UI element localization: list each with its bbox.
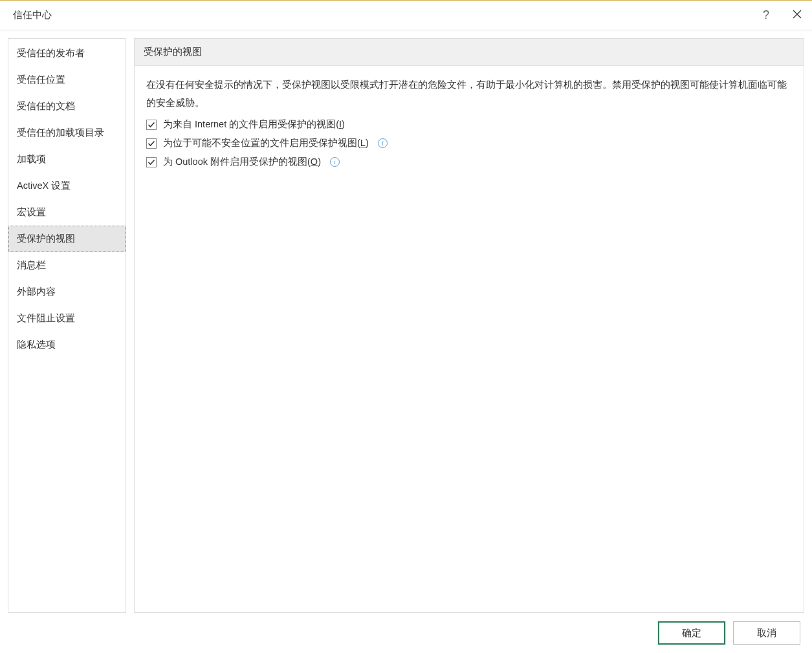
section-heading: 受保护的视图 bbox=[135, 39, 804, 66]
window-controls: ? bbox=[763, 8, 802, 22]
options-list: 为来自 Internet 的文件启用受保护的视图(I)为位于可能不安全位置的文件… bbox=[146, 118, 792, 168]
sidebar-item[interactable]: 宏设置 bbox=[8, 199, 126, 226]
sidebar-item-label: 宏设置 bbox=[17, 207, 46, 217]
close-icon[interactable] bbox=[793, 8, 802, 22]
sidebar-item-label: 受保护的视图 bbox=[17, 233, 75, 244]
sidebar-item-label: ActiveX 设置 bbox=[17, 180, 71, 191]
checkbox[interactable] bbox=[146, 157, 157, 167]
sidebar-item-label: 受信任的发布者 bbox=[17, 48, 85, 58]
checkbox[interactable] bbox=[146, 138, 157, 149]
sidebar-item[interactable]: 受保护的视图 bbox=[8, 226, 126, 252]
option-label[interactable]: 为 Outlook 附件启用受保护的视图(O) bbox=[163, 156, 321, 168]
sidebar-item[interactable]: 受信任的文档 bbox=[8, 93, 126, 120]
dialog-title: 信任中心 bbox=[13, 9, 52, 21]
cancel-button[interactable]: 取消 bbox=[733, 621, 800, 645]
option-row: 为来自 Internet 的文件启用受保护的视图(I) bbox=[146, 118, 792, 131]
info-icon[interactable]: i bbox=[378, 138, 388, 148]
sidebar-item[interactable]: 隐私选项 bbox=[8, 332, 126, 358]
section-description: 在没有任何安全提示的情况下，受保护视图以受限模式打开潜在的危险文件，有助于最小化… bbox=[146, 76, 792, 112]
sidebar: 受信任的发布者受信任位置受信任的文档受信任的加载项目录加载项ActiveX 设置… bbox=[8, 38, 126, 613]
sidebar-item-label: 隐私选项 bbox=[17, 339, 56, 350]
sidebar-item[interactable]: 受信任的加载项目录 bbox=[8, 120, 126, 146]
sidebar-item[interactable]: ActiveX 设置 bbox=[8, 173, 126, 199]
help-icon[interactable]: ? bbox=[763, 8, 769, 22]
dialog-footer: 确定 取消 bbox=[0, 613, 812, 653]
sidebar-item[interactable]: 受信任的发布者 bbox=[8, 40, 126, 67]
sidebar-item-label: 外部内容 bbox=[17, 286, 56, 297]
sidebar-item-label: 消息栏 bbox=[17, 260, 46, 270]
checkbox[interactable] bbox=[146, 120, 157, 130]
option-row: 为位于可能不安全位置的文件启用受保护视图(L)i bbox=[146, 137, 792, 149]
sidebar-item[interactable]: 外部内容 bbox=[8, 279, 126, 305]
content-panel: 受保护的视图 在没有任何安全提示的情况下，受保护视图以受限模式打开潜在的危险文件… bbox=[134, 38, 804, 613]
sidebar-item[interactable]: 文件阻止设置 bbox=[8, 305, 126, 332]
title-bar: 信任中心 ? bbox=[0, 1, 812, 30]
option-label[interactable]: 为位于可能不安全位置的文件启用受保护视图(L) bbox=[163, 137, 369, 149]
dialog-body: 受信任的发布者受信任位置受信任的文档受信任的加载项目录加载项ActiveX 设置… bbox=[0, 30, 812, 613]
sidebar-item-label: 加载项 bbox=[17, 154, 46, 164]
sidebar-item[interactable]: 加载项 bbox=[8, 146, 126, 173]
option-row: 为 Outlook 附件启用受保护的视图(O)i bbox=[146, 156, 792, 168]
ok-button[interactable]: 确定 bbox=[658, 621, 725, 645]
sidebar-item-label: 文件阻止设置 bbox=[17, 313, 75, 323]
info-icon[interactable]: i bbox=[330, 157, 340, 167]
option-label[interactable]: 为来自 Internet 的文件启用受保护的视图(I) bbox=[163, 118, 345, 131]
sidebar-item-label: 受信任位置 bbox=[17, 74, 65, 85]
sidebar-item[interactable]: 受信任位置 bbox=[8, 67, 126, 93]
sidebar-item[interactable]: 消息栏 bbox=[8, 252, 126, 279]
section-body: 在没有任何安全提示的情况下，受保护视图以受限模式打开潜在的危险文件，有助于最小化… bbox=[135, 66, 804, 185]
sidebar-item-label: 受信任的加载项目录 bbox=[17, 127, 104, 138]
sidebar-item-label: 受信任的文档 bbox=[17, 101, 75, 111]
